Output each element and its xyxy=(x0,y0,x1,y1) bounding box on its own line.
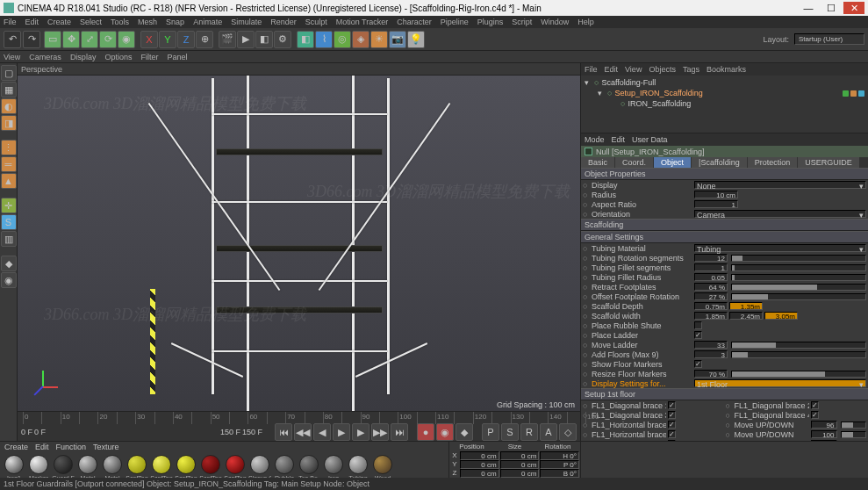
model-tool[interactable]: ▦ xyxy=(1,82,17,97)
attr-param[interactable]: ○OrientationCamera▾ xyxy=(581,209,868,219)
points-tool[interactable]: ⋮ xyxy=(1,140,17,155)
generator-button[interactable]: ◎ xyxy=(334,31,351,48)
menu-mesh[interactable]: Mesh xyxy=(138,18,157,26)
attrmenu-userdata[interactable]: User Data xyxy=(632,135,668,144)
matmenu-function[interactable]: Function xyxy=(56,443,87,453)
prev-frame-button[interactable]: ◀ xyxy=(313,423,331,441)
menu-motiontracker[interactable]: Motion Tracker xyxy=(336,18,389,26)
pla-key-button[interactable]: ◇ xyxy=(559,423,577,441)
menu-help[interactable]: Help xyxy=(577,18,594,26)
autokey-button[interactable]: ◉ xyxy=(436,423,454,441)
vpmenu-filter[interactable]: Filter xyxy=(140,53,158,61)
attr-param[interactable]: ○Show Floor Markers✓ xyxy=(581,359,868,369)
attr-param[interactable]: ○Tubing Rotation segments12 xyxy=(581,253,868,263)
environment-button[interactable]: ☀ xyxy=(370,31,388,48)
y-axis-lock[interactable]: Y xyxy=(159,31,176,48)
objmenu-file[interactable]: File xyxy=(585,65,598,74)
lastused-tool[interactable]: ◉ xyxy=(118,31,135,48)
edges-tool[interactable]: ═ xyxy=(1,156,17,172)
timeline-end[interactable]: 150 F xyxy=(220,428,240,436)
light-button[interactable]: 💡 xyxy=(407,31,425,48)
menu-render[interactable]: Render xyxy=(270,18,297,26)
undo-button[interactable]: ↶ xyxy=(4,31,21,48)
x-axis-lock[interactable]: X xyxy=(140,31,158,48)
attr-param[interactable]: ○DisplayNone▾ xyxy=(581,180,868,190)
tweak-tool[interactable]: ◆ xyxy=(1,256,17,271)
object-tree[interactable]: ▾○Scaffolding-Full▾○Setup_IRON_Scaffoldi… xyxy=(581,76,868,133)
attribute-body[interactable]: Object Properties○DisplayNone▾○Radius10 … xyxy=(581,168,868,441)
attr-tab-basic[interactable]: Basic xyxy=(581,157,614,168)
workplane-mode[interactable]: ▥ xyxy=(1,231,17,247)
objmenu-objects[interactable]: Objects xyxy=(649,65,676,74)
select-tool[interactable]: ▭ xyxy=(44,31,61,48)
rot-key-button[interactable]: R xyxy=(520,423,538,441)
snap-tool[interactable]: S xyxy=(1,214,17,230)
attr-tab-coord[interactable]: Coord. xyxy=(615,157,653,168)
vpmenu-panel[interactable]: Panel xyxy=(167,53,187,61)
rotate-tool[interactable]: ⟳ xyxy=(99,31,117,48)
objtree-item[interactable]: ○IRON_Scaffolding xyxy=(585,98,864,109)
attr-param[interactable]: ○Place Ladder✓ xyxy=(581,330,868,340)
param-key-button[interactable]: A xyxy=(540,423,557,441)
coord-field[interactable]: 0 cm xyxy=(460,451,499,460)
objmenu-edit[interactable]: Edit xyxy=(605,65,619,74)
coord-field[interactable]: 0 cm xyxy=(500,469,540,478)
objtree-item[interactable]: ▾○Setup_IRON_Scaffolding xyxy=(585,88,864,98)
menu-edit[interactable]: Edit xyxy=(25,18,39,26)
objmenu-tags[interactable]: Tags xyxy=(683,65,699,74)
texture-tool[interactable]: ◐ xyxy=(1,98,17,114)
menu-create[interactable]: Create xyxy=(47,18,71,26)
prev-key-button[interactable]: ◀◀ xyxy=(294,423,312,441)
vpmenu-view[interactable]: View xyxy=(4,53,20,61)
attr-param[interactable]: ○Tubing MaterialTubing▾ xyxy=(581,243,868,253)
polygons-tool[interactable]: ▲ xyxy=(1,173,17,189)
attr-param[interactable]: ○Place Rubble Shute xyxy=(581,321,868,330)
z-axis-lock[interactable]: Z xyxy=(177,31,195,48)
make-editable-tool[interactable]: ▢ xyxy=(1,65,17,81)
maximize-button[interactable]: ☐ xyxy=(821,2,842,14)
vpmenu-options[interactable]: Options xyxy=(104,53,132,61)
viewport-solo[interactable]: ◉ xyxy=(1,272,17,288)
primitive-cube[interactable]: ◧ xyxy=(297,31,314,48)
render-picture-button[interactable]: ▶ xyxy=(237,31,255,48)
move-tool[interactable]: ✥ xyxy=(62,31,80,48)
record-button[interactable]: ● xyxy=(417,423,434,441)
coord-system[interactable]: ⊕ xyxy=(196,31,213,48)
attr-param[interactable]: ○Offset Footplate Rotation27 % xyxy=(581,292,868,301)
menu-plugins[interactable]: Plugins xyxy=(477,18,504,26)
layout-dropdown[interactable]: Startup (User) xyxy=(794,33,864,45)
menu-script[interactable]: Script xyxy=(512,18,532,26)
attr-param[interactable]: ○Display Settings for...1st Floor▾ xyxy=(581,378,868,388)
attr-param[interactable]: ○FL1_Horizontal brace 3✓○Move UP/DOWN100 xyxy=(581,439,868,441)
scale-tool[interactable]: ⤢ xyxy=(81,31,98,48)
attr-param[interactable]: ○Tubing Fillet segments1 xyxy=(581,263,868,272)
goto-start-button[interactable]: ⏮ xyxy=(275,423,292,441)
workplane-tool[interactable]: ◨ xyxy=(1,115,17,131)
next-key-button[interactable]: ▶▶ xyxy=(371,423,389,441)
coord-field[interactable]: P 0° xyxy=(540,460,579,469)
attr-tab-object[interactable]: Object xyxy=(654,157,691,168)
attr-param[interactable]: ○Scaffold width1.85m2.45m3.05m xyxy=(581,311,868,321)
redo-button[interactable]: ↷ xyxy=(23,31,40,48)
primitive-spline[interactable]: ⌇ xyxy=(315,31,333,48)
vpmenu-cameras[interactable]: Cameras xyxy=(29,53,61,61)
minimize-button[interactable]: — xyxy=(798,2,819,14)
render-region-button[interactable]: ◧ xyxy=(255,31,273,48)
coord-field[interactable]: B 0° xyxy=(540,469,579,478)
matmenu-texture[interactable]: Texture xyxy=(93,443,119,453)
render-view-button[interactable]: 🎬 xyxy=(219,31,236,48)
attrmenu-edit[interactable]: Edit xyxy=(612,135,626,144)
vpmenu-display[interactable]: Display xyxy=(70,53,97,61)
close-button[interactable]: ✕ xyxy=(843,2,864,14)
attr-param[interactable]: ○Resize Floor Markers70 % xyxy=(581,369,868,378)
attr-param[interactable]: ○Move Ladder33 xyxy=(581,340,868,349)
timeline-max[interactable]: 150 F xyxy=(242,428,262,436)
coord-field[interactable]: 0 cm xyxy=(500,451,540,460)
menu-character[interactable]: Character xyxy=(397,18,432,26)
axis-tool[interactable]: ✛ xyxy=(1,198,17,213)
attr-param[interactable]: ○FL1_Diagonal brace 1✓○FL1_Diagonal brac… xyxy=(581,400,868,410)
objmenu-view[interactable]: View xyxy=(625,65,642,74)
attr-param[interactable]: ○Radius10 cm xyxy=(581,190,868,199)
menu-pipeline[interactable]: Pipeline xyxy=(441,18,469,26)
goto-end-button[interactable]: ⏭ xyxy=(391,423,408,441)
